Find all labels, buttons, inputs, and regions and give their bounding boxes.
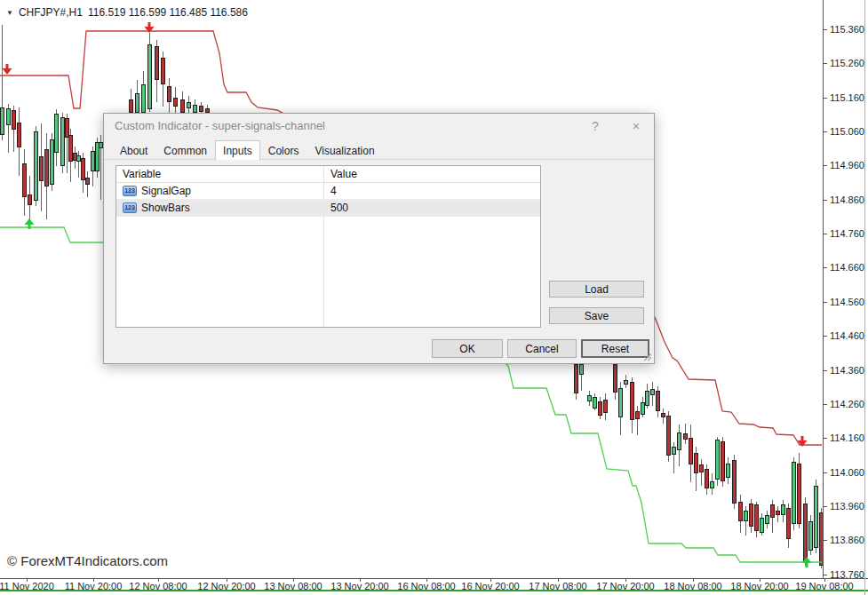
save-button[interactable]: Save <box>549 307 644 324</box>
price-axis-label: 114.460 <box>830 330 864 341</box>
dialog-tabstrip: About Common Inputs Colors Visualization <box>104 143 654 160</box>
param-name: SignalGap <box>141 185 191 197</box>
price-axis-tick <box>824 165 827 166</box>
price-axis-line <box>823 0 824 579</box>
table-row-showbars[interactable]: 123 ShowBars 500 <box>116 200 540 217</box>
column-header-value: Value <box>323 168 357 180</box>
table-header-row: Variable Value <box>116 166 540 183</box>
symbol-ohlc-quote: 116.519 116.599 116.485 116.586 <box>88 6 248 19</box>
price-axis-label: 114.960 <box>830 160 864 171</box>
param-value[interactable]: 4 <box>323 185 337 197</box>
price-axis-tick <box>824 29 827 30</box>
price-axis-tick <box>824 98 827 99</box>
tab-colors[interactable]: Colors <box>260 141 307 160</box>
window-bottom-border <box>0 590 868 591</box>
help-icon[interactable]: ? <box>586 117 604 135</box>
price-axis-label: 114.360 <box>830 365 864 376</box>
price-axis-label: 114.260 <box>830 399 864 409</box>
column-header-variable: Variable <box>116 168 323 180</box>
price-axis-tick <box>824 63 827 64</box>
price-axis-tick <box>824 267 827 268</box>
price-axis-tick <box>824 438 827 439</box>
price-axis-label: 114.760 <box>830 228 864 239</box>
time-axis-line <box>0 578 868 579</box>
resize-grip[interactable] <box>644 353 651 361</box>
tab-about[interactable]: About <box>112 141 155 160</box>
table-row-signalgap[interactable]: 123 SignalGap 4 <box>116 183 540 200</box>
chevron-down-icon[interactable]: ▼ <box>6 9 13 17</box>
price-axis-tick <box>824 575 827 575</box>
mt4-chart-window: 115.360115.260115.160115.060114.960114.8… <box>0 0 868 595</box>
price-axis-tick <box>824 302 827 303</box>
price-axis-tick <box>824 234 827 234</box>
price-axis-tick <box>824 540 827 541</box>
price-axis-label: 114.860 <box>830 194 864 205</box>
price-axis-label: 114.060 <box>830 467 864 478</box>
symbol-label: ▼ CHFJPY#,H1 116.519 116.599 116.485 116… <box>6 6 248 19</box>
symbol-name: CHFJPY#,H1 <box>19 6 83 19</box>
price-axis-label: 115.160 <box>830 92 864 103</box>
price-axis-tick <box>824 472 827 473</box>
price-axis-tick <box>824 200 827 201</box>
custom-indicator-dialog: Custom Indicator - super-signals-channel… <box>103 113 655 364</box>
sell-arrow-icon <box>3 64 12 75</box>
window-right-border <box>864 0 865 595</box>
dialog-title: Custom Indicator - super-signals-channel <box>115 119 325 132</box>
price-axis-tick <box>824 336 827 337</box>
price-axis-label: 114.660 <box>830 262 864 273</box>
numeric-parameter-icon: 123 <box>123 202 137 213</box>
param-name: ShowBars <box>141 202 190 214</box>
price-axis-label: 113.860 <box>830 535 864 545</box>
watermark: © ForexMT4Indicators.com <box>7 553 168 568</box>
price-axis-tick <box>824 506 827 507</box>
param-value[interactable]: 500 <box>323 202 348 214</box>
price-axis-label: 115.260 <box>830 58 864 68</box>
load-button[interactable]: Load <box>549 281 644 298</box>
price-axis-label: 115.060 <box>830 126 864 137</box>
price-axis-label: 114.160 <box>830 432 864 443</box>
buy-arrow-icon <box>802 557 812 567</box>
price-axis-tick <box>824 370 827 371</box>
inputs-table: Variable Value 123 SignalGap 4 123 ShowB… <box>115 165 541 328</box>
tab-visualization[interactable]: Visualization <box>307 141 382 160</box>
ok-button[interactable]: OK <box>432 339 503 358</box>
tab-common[interactable]: Common <box>155 141 215 160</box>
dialog-titlebar[interactable]: Custom Indicator - super-signals-channel… <box>104 114 654 138</box>
price-axis-label: 115.360 <box>830 24 864 35</box>
close-icon[interactable]: × <box>627 117 645 135</box>
price-axis-tick <box>824 131 827 132</box>
price-axis-tick <box>824 404 827 405</box>
cancel-button[interactable]: Cancel <box>507 339 577 358</box>
numeric-parameter-icon: 123 <box>123 186 137 196</box>
price-axis-label: 114.560 <box>830 297 864 307</box>
reset-button[interactable]: Reset <box>581 339 649 358</box>
tab-inputs[interactable]: Inputs <box>215 140 260 160</box>
price-axis-label: 113.960 <box>830 501 864 512</box>
